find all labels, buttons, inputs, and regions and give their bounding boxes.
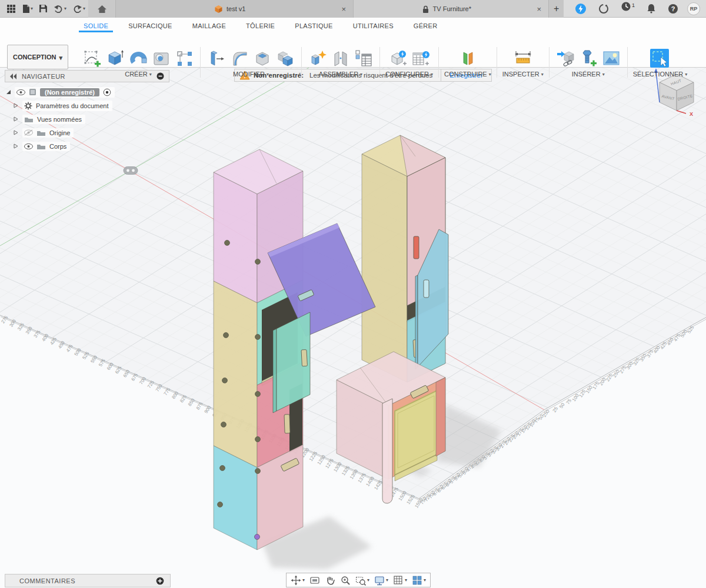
select-button[interactable] xyxy=(647,47,673,69)
active-component-radio-icon[interactable] xyxy=(103,88,111,96)
insert-derive-button[interactable] xyxy=(555,48,576,69)
collapse-left-icon[interactable] xyxy=(10,74,17,79)
group-dropdown-creer[interactable]: CRÉER ▾ xyxy=(125,71,152,78)
canvas-image-icon xyxy=(602,49,620,67)
pan-tool[interactable] xyxy=(323,574,337,587)
look-at-tool[interactable] xyxy=(308,574,322,587)
undo-button[interactable]: ▾ xyxy=(51,1,69,16)
eye-off-icon[interactable] xyxy=(24,129,33,136)
tab-tolerie[interactable]: TÔLERIE xyxy=(245,21,276,31)
tree-row-root[interactable]: (Non enregistré) xyxy=(5,85,169,99)
purple-screw[interactable] xyxy=(255,534,260,540)
save-button[interactable] xyxy=(36,1,51,16)
left-tan-side-panel[interactable] xyxy=(214,281,257,467)
group-dropdown-inspecter[interactable]: INSPECTER ▾ xyxy=(502,71,544,78)
tab-gerer[interactable]: GÉRER xyxy=(412,21,439,31)
configuration-table-icon xyxy=(412,49,429,67)
expand-icon[interactable] xyxy=(12,103,19,108)
extrude-button[interactable] xyxy=(105,48,126,69)
comments-panel[interactable]: COMMENTAIRES xyxy=(5,574,171,587)
viewports-tool[interactable]: ▾ xyxy=(410,574,428,587)
new-tab-button[interactable]: + xyxy=(548,0,564,18)
expand-icon[interactable] xyxy=(12,116,19,122)
add-comment-icon[interactable] xyxy=(156,577,164,585)
document-tab-tv-furniture[interactable]: TV Furniture* × xyxy=(353,0,548,18)
bom-list-button[interactable] xyxy=(353,48,374,69)
root-document-label[interactable]: (Non enregistré) xyxy=(40,88,99,96)
fillet-button[interactable] xyxy=(229,48,250,69)
tab-utilitaires[interactable]: UTILITAIRES xyxy=(352,21,395,31)
extensions-button[interactable] xyxy=(572,1,590,16)
group-configurer: CONFIGURER ▾ xyxy=(379,47,438,78)
right-blue-door-edge[interactable] xyxy=(415,275,418,369)
grid-display-tool[interactable]: ▾ xyxy=(391,574,409,587)
rectangular-pattern-button[interactable] xyxy=(174,48,195,69)
redo-button[interactable]: ▾ xyxy=(69,1,88,16)
left-red-handle[interactable] xyxy=(284,415,290,433)
group-dropdown-inserer[interactable]: INSÉRER ▾ xyxy=(572,71,605,78)
combine-button[interactable] xyxy=(275,48,296,69)
create-sketch-button[interactable] xyxy=(82,48,103,69)
eye-icon[interactable] xyxy=(16,89,25,95)
right-blue-door-handle[interactable] xyxy=(424,280,429,298)
tree-row-document-settings[interactable]: Paramètres du document xyxy=(5,99,169,112)
orbit-tool[interactable]: ▾ xyxy=(289,574,307,587)
tab-surfacique[interactable]: SURFACIQUE xyxy=(127,21,174,31)
app-menu-button[interactable] xyxy=(4,1,19,16)
configure-button[interactable] xyxy=(387,48,408,69)
group-dropdown-configurer[interactable]: CONFIGURER ▾ xyxy=(385,71,433,78)
group-label: INSPECTER xyxy=(502,71,540,78)
measure-button[interactable] xyxy=(512,48,534,69)
group-dropdown-modifier[interactable]: MODIFIER ▾ xyxy=(233,71,269,78)
help-button[interactable]: ? xyxy=(665,1,681,16)
caret-down-icon: ▾ xyxy=(431,72,433,77)
insert-canvas-button[interactable] xyxy=(601,48,622,69)
shell-button[interactable] xyxy=(252,48,273,69)
group-dropdown-assembler[interactable]: ASSEMBLER ▾ xyxy=(319,71,362,78)
eye-icon[interactable] xyxy=(24,143,33,149)
task-queue-button[interactable]: 1 xyxy=(618,1,638,16)
expand-icon[interactable] xyxy=(12,143,19,149)
conception-dropdown[interactable]: CONCEPTION ▾ xyxy=(7,45,68,69)
zoom-window-tool[interactable]: ▾ xyxy=(354,574,371,587)
home-button[interactable] xyxy=(88,0,115,18)
group-label: CONFIGURER xyxy=(385,71,429,78)
right-top-door-handle[interactable] xyxy=(414,236,419,259)
press-pull-button[interactable] xyxy=(206,48,227,69)
right-column-left-face[interactable] xyxy=(362,154,407,382)
construction-plane-button[interactable] xyxy=(457,48,478,69)
file-menu-button[interactable]: ▾ xyxy=(19,1,36,16)
revolve-button[interactable] xyxy=(128,48,149,69)
expand-icon[interactable] xyxy=(12,130,19,135)
group-dropdown-construire[interactable]: CONSTRUIRE ▾ xyxy=(444,71,491,78)
left-pink-cabinet-left-face[interactable] xyxy=(214,172,257,303)
tree-row-bodies[interactable]: Corps xyxy=(5,139,169,153)
close-tab-icon[interactable]: × xyxy=(339,5,348,14)
tab-solide[interactable]: SOLIDE xyxy=(82,21,109,31)
document-root-icon xyxy=(29,88,36,96)
tree-row-origin[interactable]: Origine xyxy=(5,126,169,139)
new-component-button[interactable] xyxy=(307,48,328,69)
insert-fastener-button[interactable] xyxy=(578,48,599,69)
joint-button[interactable] xyxy=(330,48,351,69)
zoom-tool[interactable] xyxy=(338,574,352,587)
base-open-door-edge[interactable] xyxy=(382,399,392,503)
user-avatar[interactable]: RP xyxy=(687,2,700,15)
configuration-table-button[interactable] xyxy=(410,48,431,69)
tree-row-named-views[interactable]: Vues nommées xyxy=(5,112,169,126)
job-status-button[interactable] xyxy=(595,1,612,16)
origin-joint-icon[interactable] xyxy=(124,167,138,175)
expand-icon[interactable] xyxy=(5,89,12,95)
notifications-button[interactable] xyxy=(644,1,659,16)
document-tab-test-v1[interactable]: test v1 × xyxy=(115,0,353,18)
caret-down-icon: ▾ xyxy=(360,72,362,77)
group-dropdown-selectionner[interactable]: SÉLECTIONNER ▾ xyxy=(633,71,688,78)
tab-plastique[interactable]: PLASTIQUE xyxy=(294,21,334,31)
left-teal-door-edge[interactable] xyxy=(273,329,277,413)
base-red-strip[interactable] xyxy=(436,377,445,456)
hole-button[interactable] xyxy=(151,48,172,69)
display-settings-tool[interactable]: ▾ xyxy=(372,574,390,587)
close-tab-icon[interactable]: × xyxy=(534,5,544,14)
tab-maillage[interactable]: MAILLAGE xyxy=(191,21,227,31)
left-teal-door-handle[interactable] xyxy=(301,350,307,366)
